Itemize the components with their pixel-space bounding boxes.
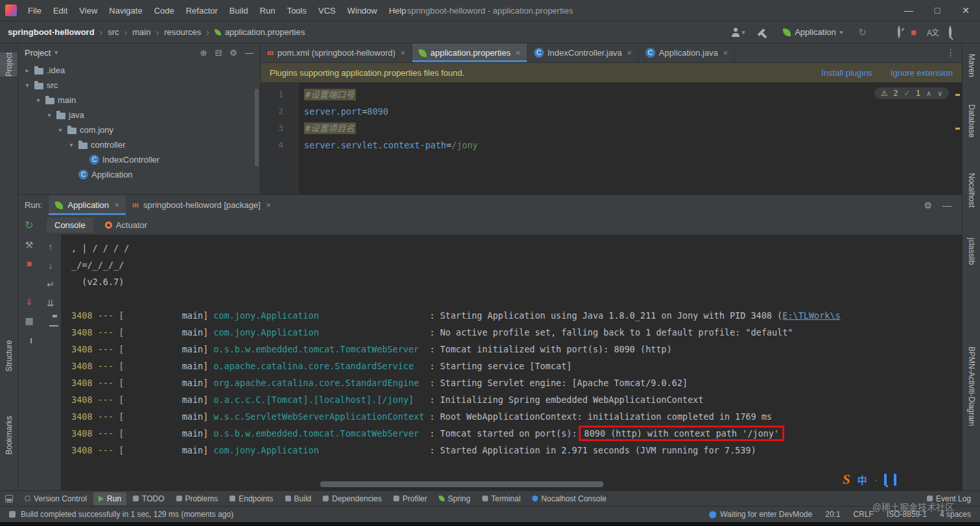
editor-tab-indexcontroller-java[interactable]: CIndexController.java× [528, 43, 639, 62]
tree-item-controller[interactable]: ▾controller [18, 137, 260, 152]
error-stripe-mark[interactable] [955, 128, 960, 130]
menu-build[interactable]: Build [224, 3, 254, 19]
tool-stripe-structure[interactable]: Structure [0, 340, 18, 372]
log-link[interactable]: E:\TLWork\s [782, 310, 840, 321]
tree-chevron-icon[interactable]: ▾ [34, 97, 42, 104]
menu-refactor[interactable]: Refactor [180, 3, 224, 19]
gear-icon[interactable]: ⚙ [924, 200, 932, 211]
editor-tab-application-properties[interactable]: application.properties× [412, 43, 528, 62]
menu-view[interactable]: View [73, 3, 103, 19]
toolwindow-button-dependencies[interactable]: Dependencies [318, 492, 387, 505]
toolwindow-button-build[interactable]: Build [280, 492, 317, 505]
heap-dump-button[interactable]: ⇓ [25, 297, 33, 306]
toolwindow-button-nocalhost-console[interactable]: Nocalhost Console [527, 492, 612, 505]
close-icon[interactable]: ✕ [951, 0, 980, 21]
tree-item-com-jony[interactable]: ▾com.jony [18, 122, 260, 137]
toolwindow-button-endpoints[interactable]: Endpoints [224, 492, 278, 505]
menu-file[interactable]: File [22, 3, 47, 19]
tool-stripe-database[interactable]: Database [962, 104, 980, 137]
tool-stripe-maven[interactable]: Maven [962, 54, 980, 77]
hide-panel-button[interactable]: — [942, 200, 951, 211]
tree-item-src[interactable]: ▾src [18, 78, 260, 93]
tab-console[interactable]: Console [47, 218, 93, 233]
run-tab-springboot-helloword-package[interactable]: mspringboot-helloword [package]× [126, 195, 277, 215]
more-tabs-icon[interactable]: ⋮ [946, 47, 955, 58]
rerun-application-button[interactable]: ↻ [25, 220, 33, 231]
down-stack-trace-icon[interactable]: ↓ [49, 261, 53, 270]
tree-chevron-icon[interactable]: ▾ [45, 111, 53, 119]
hide-panel-button[interactable]: — [245, 48, 253, 58]
tab-actuator[interactable]: Actuator [97, 218, 155, 233]
user-menu-button[interactable]: ▾ [731, 28, 745, 37]
edit-configuration-icon[interactable]: ⚒ [25, 240, 34, 249]
toolwindow-button-terminal[interactable]: Terminal [477, 492, 526, 505]
menu-window[interactable]: Window [342, 3, 383, 19]
collapse-all-button[interactable]: ⊟ [215, 48, 222, 58]
menu-tools[interactable]: Tools [281, 3, 312, 19]
tool-stripe-bpmn-activiti-diagram[interactable]: BPMN-Activiti-Diagram [962, 347, 980, 426]
breadcrumb-item-main[interactable]: main [132, 27, 150, 37]
tree-item-main[interactable]: ▾main [18, 93, 260, 108]
menu-run[interactable]: Run [254, 3, 281, 19]
run-config-selector[interactable]: Application ▾ [778, 25, 848, 39]
soft-wrap-icon[interactable]: ↵ [47, 280, 54, 289]
tree-chevron-icon[interactable]: ▸ [23, 67, 31, 74]
gear-icon[interactable]: ⚙ [229, 48, 237, 58]
close-icon[interactable]: × [115, 201, 119, 210]
profiler-button[interactable] [898, 27, 900, 37]
tree-chevron-icon[interactable]: ▾ [67, 141, 75, 148]
tree-item-java[interactable]: ▾java [18, 108, 260, 122]
ime-language-icon[interactable]: 中 [858, 473, 867, 486]
tool-stripe-jclasslib[interactable]: jclasslib [962, 238, 980, 265]
error-stripe-mark[interactable] [955, 94, 960, 96]
menu-vcs[interactable]: VCS [312, 3, 342, 19]
toolwindow-button-todo[interactable]: TODO [128, 492, 169, 505]
maximize-icon[interactable]: □ [923, 0, 951, 21]
run-tab-application[interactable]: Application× [49, 195, 126, 215]
caret-position[interactable]: 20:1 [825, 510, 840, 519]
minimize-icon[interactable]: — [894, 0, 923, 21]
project-view-selector[interactable]: Project [25, 48, 51, 58]
close-icon[interactable]: × [516, 49, 520, 58]
breadcrumb-item-springboot-helloword[interactable]: springboot-helloword [8, 27, 95, 37]
devmode-status[interactable]: Waiting for enter DevMode [709, 510, 812, 519]
menu-navigate[interactable]: Navigate [103, 3, 148, 19]
close-icon[interactable]: × [401, 49, 405, 58]
next-problem-icon[interactable]: ∨ [937, 89, 942, 98]
menu-help[interactable]: Help [383, 3, 412, 19]
code-editor[interactable]: 1234 #设置端口号server.port=8090#设置项目名server.… [261, 82, 962, 194]
ignore-extension-link[interactable]: Ignore extension [891, 68, 953, 78]
scroll-to-end-icon[interactable]: ⇊ [47, 299, 54, 308]
menu-edit[interactable]: Edit [47, 3, 73, 19]
project-scrollbar[interactable] [255, 89, 259, 166]
close-icon[interactable]: × [627, 49, 632, 58]
locate-file-button[interactable]: ⊕ [200, 48, 207, 58]
event-log-button[interactable]: Event Log [927, 494, 975, 503]
editor-tab-application-java[interactable]: CApplication.java× [639, 43, 735, 62]
toolwindow-button-problems[interactable]: Problems [171, 492, 224, 505]
layout-settings-button[interactable]: ▦ [25, 316, 33, 325]
line-ending-selector[interactable]: CRLF [854, 510, 874, 519]
tree-item-idea[interactable]: ▸.idea [18, 63, 260, 78]
toolwindow-switcher-icon[interactable] [5, 495, 13, 503]
toolwindow-button-run[interactable]: Run [93, 492, 126, 505]
ime-keyboard-button[interactable] [894, 475, 896, 485]
up-stack-trace-icon[interactable]: ↑ [49, 242, 53, 251]
toolwindow-button-spring[interactable]: Spring [434, 492, 476, 505]
stop-process-button[interactable]: ■ [27, 259, 32, 268]
indent-style-selector[interactable]: 4 spaces [940, 510, 971, 519]
menu-code[interactable]: Code [148, 3, 180, 19]
tree-chevron-icon[interactable]: ▾ [23, 82, 31, 89]
tool-stripe-project[interactable]: Project [0, 52, 18, 76]
encoding-selector[interactable]: ISO-8859-1 [887, 510, 927, 519]
status-message-area[interactable]: Build completed successfully in 1 sec, 1… [9, 510, 233, 519]
console-output[interactable]: , | / / / /_/=/_/_/_/ (v2.6.7) 3408 --- … [61, 234, 962, 490]
breadcrumb-item-application-properties[interactable]: application.properties [215, 27, 305, 37]
toolwindow-button-version-control[interactable]: Version Control [19, 492, 92, 505]
editor-tab-pom-xml-springboot-helloword[interactable]: mpom.xml (springboot-helloword)× [261, 43, 412, 62]
ime-mic-button[interactable] [884, 475, 887, 485]
tree-item-indexcontroller[interactable]: CIndexController [18, 152, 260, 167]
sogou-logo-icon[interactable]: S [843, 472, 850, 488]
close-icon[interactable]: × [723, 49, 728, 58]
stop-button[interactable]: ■ [911, 27, 916, 38]
